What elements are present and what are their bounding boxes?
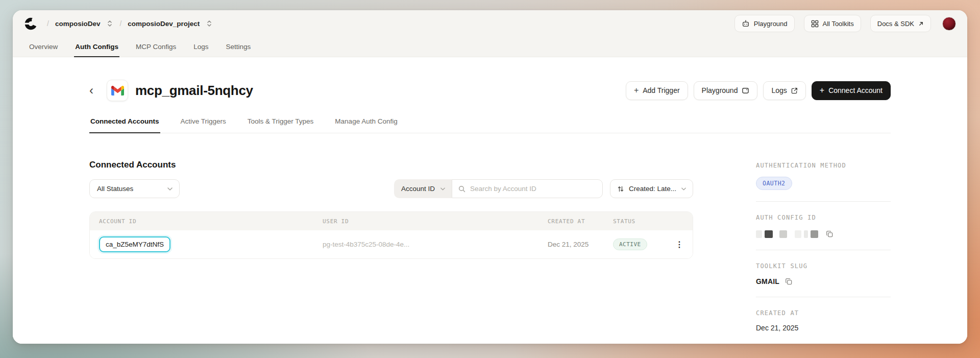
copy-icon[interactable]	[785, 278, 793, 285]
all-toolkits-button-label: All Toolkits	[823, 20, 854, 28]
column-header-status: STATUS	[613, 218, 670, 225]
auth-method-label: AUTHENTICATION METHOD	[756, 162, 891, 169]
table-header-row: ACCOUNT ID USER ID CREATED AT STATUS	[90, 212, 693, 230]
toolkit-slug-section: TOOLKIT SLUG GMAIL	[756, 250, 891, 297]
auth-config-id-section: AUTH CONFIG ID	[756, 202, 891, 250]
auth-config-id-label: AUTH CONFIG ID	[756, 214, 891, 221]
bot-icon	[742, 19, 750, 28]
nav-tab-auth-configs[interactable]: Auth Configs	[74, 38, 119, 57]
column-header-account-id: ACCOUNT ID	[99, 218, 323, 225]
composio-logo-icon	[24, 17, 38, 31]
connect-account-button[interactable]: + Connect Account	[812, 81, 891, 100]
connect-account-label: Connect Account	[828, 86, 883, 94]
add-trigger-button[interactable]: + Add Trigger	[626, 81, 688, 100]
chevron-down-icon	[440, 187, 446, 191]
search-field-value: Account ID	[401, 185, 435, 193]
auth-config-id-redacted	[756, 230, 891, 238]
chevron-updown-icon[interactable]	[206, 19, 213, 28]
section-heading: Connected Accounts	[89, 160, 693, 170]
account-id-value[interactable]: ca_bZ5eMY7dtNfS	[99, 236, 170, 252]
details-sidebar: AUTHENTICATION METHOD OAUTH2 AUTH CONFIG…	[756, 149, 891, 343]
search-group: Account ID	[394, 179, 603, 198]
sort-select[interactable]: Created: Late...	[610, 179, 693, 198]
external-link-icon	[791, 87, 798, 94]
open-logs-label: Logs	[771, 86, 787, 94]
status-filter-select[interactable]: All Statuses	[89, 179, 180, 198]
bot-window-icon	[742, 87, 749, 94]
nav-tab-overview[interactable]: Overview	[28, 38, 59, 57]
main-content: ‹ mcp_gmail-5nqhcy + Add Trigger Playgro…	[13, 57, 967, 344]
docs-sdk-button[interactable]: Docs & SDK	[870, 15, 931, 32]
page-title-row: ‹ mcp_gmail-5nqhcy + Add Trigger Playgro…	[89, 80, 891, 101]
detail-tabs: Connected Accounts Active Triggers Tools…	[89, 117, 891, 133]
search-icon	[458, 185, 465, 193]
tab-tools-trigger-types[interactable]: Tools & Trigger Types	[247, 117, 315, 133]
add-trigger-label: Add Trigger	[643, 86, 679, 94]
sidebar-created-at-value: Dec 21, 2025	[756, 324, 891, 332]
plus-icon: +	[820, 86, 824, 95]
open-playground-button[interactable]: Playground	[694, 81, 758, 100]
plus-icon: +	[634, 86, 639, 95]
tab-connected-accounts[interactable]: Connected Accounts	[89, 117, 160, 133]
nav-tab-mcp-configs[interactable]: MCP Configs	[135, 38, 177, 57]
open-logs-button[interactable]: Logs	[763, 81, 805, 100]
breadcrumb-row: / composioDev / composioDev_project Play…	[24, 10, 956, 37]
open-playground-label: Playground	[702, 86, 738, 94]
accounts-table: ACCOUNT ID USER ID CREATED AT STATUS ca_…	[89, 211, 693, 259]
auth-method-badge: OAUTH2	[756, 177, 792, 190]
sort-select-value: Created: Late...	[629, 185, 676, 193]
nav-tab-logs[interactable]: Logs	[192, 38, 209, 57]
back-button[interactable]: ‹	[89, 84, 103, 97]
search-field-select[interactable]: Account ID	[394, 179, 452, 198]
breadcrumb-project[interactable]: composioDev_project	[128, 20, 200, 28]
row-menu-button[interactable]: ⋮	[670, 240, 683, 249]
main-nav-tabs: Overview Auth Configs MCP Configs Logs S…	[24, 37, 956, 57]
table-row[interactable]: ca_bZ5eMY7dtNfS pg-test-4b375c25-08de-4e…	[90, 230, 693, 258]
chevron-updown-icon[interactable]	[106, 19, 113, 28]
column-header-user-id: USER ID	[323, 218, 548, 225]
auth-method-section: AUTHENTICATION METHOD OAUTH2	[756, 149, 891, 202]
header-band: / composioDev / composioDev_project Play…	[13, 10, 967, 57]
tab-manage-auth-config[interactable]: Manage Auth Config	[334, 117, 398, 133]
search-box	[452, 179, 603, 198]
docs-sdk-button-label: Docs & SDK	[877, 20, 914, 28]
user-avatar[interactable]	[942, 17, 956, 31]
app-window: / composioDev / composioDev_project Play…	[13, 10, 967, 344]
status-filter-value: All Statuses	[97, 185, 167, 193]
arrow-up-right-icon	[918, 21, 924, 27]
search-input[interactable]	[470, 185, 596, 193]
nav-tab-settings[interactable]: Settings	[225, 38, 252, 57]
page-title: mcp_gmail-5nqhcy	[135, 83, 253, 99]
playground-button[interactable]: Playground	[734, 15, 795, 32]
created-at-value: Dec 21, 2025	[548, 241, 613, 248]
toolkit-slug-label: TOOLKIT SLUG	[756, 262, 891, 270]
filters-row: All Statuses Account ID	[89, 179, 693, 198]
toolkit-slug-value: GMAIL	[756, 277, 779, 285]
created-at-section: CREATED AT Dec 21, 2025	[756, 297, 891, 343]
connected-accounts-panel: Connected Accounts All Statuses Account …	[89, 149, 693, 259]
all-toolkits-button[interactable]: All Toolkits	[804, 15, 861, 32]
breadcrumb-separator: /	[117, 19, 124, 28]
copy-icon[interactable]	[826, 230, 834, 238]
chevron-down-icon	[681, 187, 687, 191]
gmail-icon	[107, 80, 128, 101]
user-id-value: pg-test-4b375c25-08de-4e...	[323, 241, 548, 248]
chevron-down-icon	[167, 187, 173, 191]
playground-button-label: Playground	[754, 20, 788, 28]
column-header-created-at: CREATED AT	[548, 218, 613, 225]
breadcrumb-separator: /	[45, 19, 51, 28]
grid-icon	[811, 20, 819, 28]
sidebar-created-at-label: CREATED AT	[756, 309, 891, 317]
breadcrumb-org[interactable]: composioDev	[55, 20, 101, 28]
sort-arrows-icon	[617, 185, 624, 193]
tab-active-triggers[interactable]: Active Triggers	[180, 117, 227, 133]
status-badge: ACTIVE	[613, 238, 647, 250]
